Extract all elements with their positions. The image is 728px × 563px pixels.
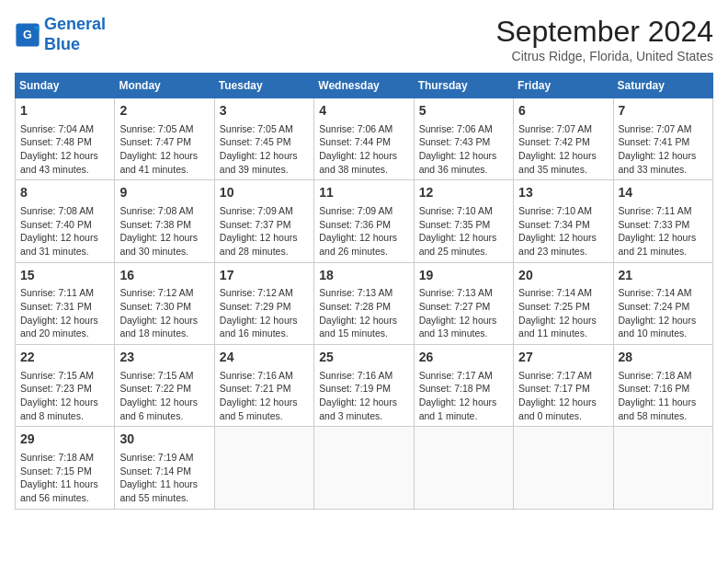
- day-number: 15: [20, 267, 109, 285]
- col-header-tuesday: Tuesday: [214, 74, 313, 98]
- day-number: 18: [319, 267, 408, 285]
- day-cell: 2Sunrise: 7:05 AM Sunset: 7:47 PM Daylig…: [115, 98, 214, 180]
- day-cell: [314, 427, 414, 509]
- day-info: Sunrise: 7:08 AM Sunset: 7:38 PM Dayligh…: [119, 204, 209, 259]
- day-cell: 12Sunrise: 7:10 AM Sunset: 7:35 PM Dayli…: [414, 180, 513, 262]
- day-cell: 13Sunrise: 7:10 AM Sunset: 7:34 PM Dayli…: [514, 180, 613, 262]
- day-info: Sunrise: 7:04 AM Sunset: 7:48 PM Dayligh…: [20, 122, 109, 177]
- week-row-2: 15Sunrise: 7:11 AM Sunset: 7:31 PM Dayli…: [16, 262, 713, 344]
- svg-text:G: G: [23, 29, 32, 41]
- day-info: Sunrise: 7:11 AM Sunset: 7:33 PM Dayligh…: [619, 204, 708, 259]
- day-number: 19: [419, 267, 508, 285]
- logo-icon: G: [15, 22, 40, 48]
- day-number: 2: [119, 102, 209, 121]
- day-info: Sunrise: 7:11 AM Sunset: 7:31 PM Dayligh…: [20, 286, 109, 340]
- day-number: 5: [419, 102, 508, 121]
- header-row: SundayMondayTuesdayWednesdayThursdayFrid…: [16, 74, 713, 98]
- day-number: 7: [619, 102, 708, 121]
- day-number: 10: [220, 184, 309, 202]
- day-cell: 28Sunrise: 7:18 AM Sunset: 7:16 PM Dayli…: [613, 345, 712, 427]
- day-cell: 26Sunrise: 7:17 AM Sunset: 7:18 PM Dayli…: [414, 345, 513, 427]
- logo-text-line1: General: [44, 15, 106, 35]
- logo: G General Blue: [15, 15, 106, 54]
- day-info: Sunrise: 7:17 AM Sunset: 7:18 PM Dayligh…: [419, 369, 508, 423]
- day-number: 11: [319, 184, 408, 202]
- day-cell: 11Sunrise: 7:09 AM Sunset: 7:36 PM Dayli…: [314, 180, 414, 262]
- day-number: 27: [518, 349, 608, 367]
- day-info: Sunrise: 7:15 AM Sunset: 7:23 PM Dayligh…: [20, 369, 109, 423]
- day-number: 20: [518, 267, 608, 285]
- day-info: Sunrise: 7:08 AM Sunset: 7:40 PM Dayligh…: [20, 204, 109, 259]
- day-info: Sunrise: 7:09 AM Sunset: 7:36 PM Dayligh…: [319, 204, 408, 259]
- day-cell: 1Sunrise: 7:04 AM Sunset: 7:48 PM Daylig…: [16, 98, 115, 180]
- day-cell: 16Sunrise: 7:12 AM Sunset: 7:30 PM Dayli…: [115, 262, 214, 344]
- day-cell: 8Sunrise: 7:08 AM Sunset: 7:40 PM Daylig…: [16, 180, 115, 262]
- day-cell: 5Sunrise: 7:06 AM Sunset: 7:43 PM Daylig…: [414, 98, 513, 180]
- page-header: G General Blue September 2024 Citrus Rid…: [15, 15, 713, 63]
- day-info: Sunrise: 7:13 AM Sunset: 7:27 PM Dayligh…: [419, 286, 508, 340]
- week-row-1: 8Sunrise: 7:08 AM Sunset: 7:40 PM Daylig…: [16, 180, 713, 262]
- day-cell: 15Sunrise: 7:11 AM Sunset: 7:31 PM Dayli…: [16, 262, 115, 344]
- col-header-wednesday: Wednesday: [314, 74, 414, 98]
- day-number: 13: [518, 184, 608, 202]
- day-cell: 24Sunrise: 7:16 AM Sunset: 7:21 PM Dayli…: [214, 345, 313, 427]
- day-cell: 25Sunrise: 7:16 AM Sunset: 7:19 PM Dayli…: [314, 345, 414, 427]
- day-number: 23: [119, 349, 209, 367]
- day-cell: [214, 427, 313, 509]
- day-info: Sunrise: 7:13 AM Sunset: 7:28 PM Dayligh…: [319, 286, 408, 340]
- day-cell: 29Sunrise: 7:18 AM Sunset: 7:15 PM Dayli…: [16, 427, 115, 509]
- day-number: 16: [119, 267, 209, 285]
- day-cell: [414, 427, 513, 509]
- day-info: Sunrise: 7:12 AM Sunset: 7:30 PM Dayligh…: [119, 286, 209, 340]
- day-cell: 10Sunrise: 7:09 AM Sunset: 7:37 PM Dayli…: [214, 180, 313, 262]
- day-cell: 4Sunrise: 7:06 AM Sunset: 7:44 PM Daylig…: [314, 98, 414, 180]
- day-number: 4: [319, 102, 408, 121]
- day-info: Sunrise: 7:14 AM Sunset: 7:25 PM Dayligh…: [518, 286, 608, 340]
- day-number: 12: [419, 184, 508, 202]
- day-number: 28: [619, 349, 708, 367]
- week-row-4: 29Sunrise: 7:18 AM Sunset: 7:15 PM Dayli…: [16, 427, 713, 509]
- day-cell: 7Sunrise: 7:07 AM Sunset: 7:41 PM Daylig…: [613, 98, 712, 180]
- day-info: Sunrise: 7:07 AM Sunset: 7:42 PM Dayligh…: [518, 122, 608, 177]
- week-row-3: 22Sunrise: 7:15 AM Sunset: 7:23 PM Dayli…: [16, 345, 713, 427]
- day-info: Sunrise: 7:14 AM Sunset: 7:24 PM Dayligh…: [619, 286, 708, 340]
- day-cell: 9Sunrise: 7:08 AM Sunset: 7:38 PM Daylig…: [115, 180, 214, 262]
- day-cell: 18Sunrise: 7:13 AM Sunset: 7:28 PM Dayli…: [314, 262, 414, 344]
- title-block: September 2024 Citrus Ridge, Florida, Un…: [495, 15, 713, 63]
- week-row-0: 1Sunrise: 7:04 AM Sunset: 7:48 PM Daylig…: [16, 98, 713, 180]
- day-info: Sunrise: 7:10 AM Sunset: 7:34 PM Dayligh…: [518, 204, 608, 259]
- day-info: Sunrise: 7:16 AM Sunset: 7:21 PM Dayligh…: [220, 369, 309, 423]
- day-info: Sunrise: 7:17 AM Sunset: 7:17 PM Dayligh…: [518, 369, 608, 423]
- day-info: Sunrise: 7:05 AM Sunset: 7:45 PM Dayligh…: [220, 122, 309, 177]
- day-number: 29: [20, 431, 109, 449]
- day-info: Sunrise: 7:10 AM Sunset: 7:35 PM Dayligh…: [419, 204, 508, 259]
- day-number: 21: [619, 267, 708, 285]
- day-info: Sunrise: 7:18 AM Sunset: 7:16 PM Dayligh…: [619, 369, 708, 423]
- day-cell: 14Sunrise: 7:11 AM Sunset: 7:33 PM Dayli…: [613, 180, 712, 262]
- day-info: Sunrise: 7:15 AM Sunset: 7:22 PM Dayligh…: [119, 369, 209, 423]
- day-number: 25: [319, 349, 408, 367]
- day-info: Sunrise: 7:19 AM Sunset: 7:14 PM Dayligh…: [119, 451, 209, 505]
- day-number: 8: [20, 184, 109, 202]
- subtitle: Citrus Ridge, Florida, United States: [495, 49, 713, 63]
- day-number: 14: [619, 184, 708, 202]
- col-header-thursday: Thursday: [414, 74, 513, 98]
- day-info: Sunrise: 7:07 AM Sunset: 7:41 PM Dayligh…: [619, 122, 708, 177]
- day-info: Sunrise: 7:06 AM Sunset: 7:44 PM Dayligh…: [319, 122, 408, 177]
- day-info: Sunrise: 7:18 AM Sunset: 7:15 PM Dayligh…: [20, 451, 109, 505]
- day-info: Sunrise: 7:05 AM Sunset: 7:47 PM Dayligh…: [119, 122, 209, 177]
- col-header-friday: Friday: [514, 74, 613, 98]
- day-cell: 30Sunrise: 7:19 AM Sunset: 7:14 PM Dayli…: [115, 427, 214, 509]
- day-cell: [613, 427, 712, 509]
- col-header-saturday: Saturday: [613, 74, 712, 98]
- day-number: 17: [220, 267, 309, 285]
- day-cell: 27Sunrise: 7:17 AM Sunset: 7:17 PM Dayli…: [514, 345, 613, 427]
- day-number: 22: [20, 349, 109, 367]
- day-number: 24: [220, 349, 309, 367]
- day-number: 3: [220, 102, 309, 121]
- day-cell: 20Sunrise: 7:14 AM Sunset: 7:25 PM Dayli…: [514, 262, 613, 344]
- day-cell: 23Sunrise: 7:15 AM Sunset: 7:22 PM Dayli…: [115, 345, 214, 427]
- day-cell: 6Sunrise: 7:07 AM Sunset: 7:42 PM Daylig…: [514, 98, 613, 180]
- day-info: Sunrise: 7:12 AM Sunset: 7:29 PM Dayligh…: [220, 286, 309, 340]
- day-number: 6: [518, 102, 608, 121]
